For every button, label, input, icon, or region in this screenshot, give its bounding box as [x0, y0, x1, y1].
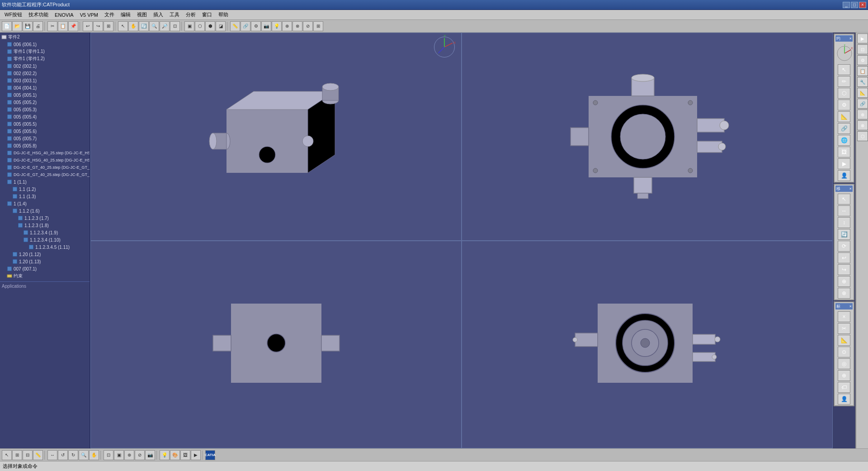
bt-mat[interactable]: 🎨 [170, 450, 180, 460]
tree-item-constraint[interactable]: 约束 [0, 272, 90, 280]
tb-constraint[interactable]: 🔗 [241, 21, 250, 31]
tree-item[interactable]: 1.1.2 (1.6) [0, 207, 90, 214]
rt-panel-close[interactable]: × [849, 186, 852, 191]
fr-btn-5[interactable]: 🔧 [857, 77, 868, 87]
fr-btn-3[interactable]: ⚙ [857, 55, 868, 65]
fr-btn-1[interactable]: ▶ [857, 33, 868, 43]
rt-btn-ann1[interactable]: × [838, 311, 850, 322]
menu-view[interactable]: 视图 [134, 10, 150, 19]
menu-analysis[interactable]: 分析 [183, 10, 198, 19]
rt-btn-sketch[interactable]: ✏ [838, 76, 850, 87]
minimize-button[interactable]: _ [843, 2, 850, 8]
tree-item[interactable]: 1 (1.1) [0, 178, 90, 186]
tb-misc3[interactable]: ⊘ [303, 21, 313, 31]
tb-open[interactable]: 📂 [12, 21, 22, 31]
viewport-bottom-right[interactable] [462, 241, 833, 449]
tb-redo[interactable]: ↪ [93, 21, 103, 31]
tree-item[interactable]: 003 (003.1) [0, 77, 90, 84]
tree-item[interactable]: 零件1 (零件1.1) [0, 48, 90, 55]
viewport-top-left[interactable]: X Y [90, 33, 462, 241]
menu-edit[interactable]: 编辑 [118, 10, 133, 19]
tb-misc2[interactable]: ⊗ [292, 21, 302, 31]
rt-btn-draft[interactable]: 📐 [838, 111, 850, 122]
tree-item[interactable]: 002 (002.1) [0, 62, 90, 70]
bt-normal[interactable]: ▣ [114, 450, 124, 460]
menu-enovia[interactable]: ENOVIA [52, 11, 76, 19]
tb-fit-all[interactable]: ⊡ [170, 21, 180, 31]
viewport-bottom-left[interactable] [90, 241, 462, 449]
tb-misc4[interactable]: ⊞ [313, 21, 323, 31]
rt-btn-ann4[interactable]: ⊙ [838, 347, 850, 357]
tree-item[interactable]: 1.20 (1.13) [0, 258, 90, 265]
tree-item[interactable]: 005 (005.8) [0, 142, 90, 149]
tree-item[interactable]: DG-JC-E_HSG_40_25.step (DG-JC-E_HSG_40_2… [0, 157, 90, 164]
tree-item[interactable]: 002 (002.2) [0, 70, 90, 77]
tb-render[interactable]: ▣ [184, 21, 194, 31]
tb-zoom-out[interactable]: 🔎 [160, 21, 170, 31]
tb-light[interactable]: 💡 [272, 21, 282, 31]
rt-btn-ann8[interactable]: 👤 [838, 394, 850, 404]
bt-grid[interactable]: ⊟ [23, 450, 33, 460]
rt-btn-move8[interactable]: ⊕ [838, 276, 850, 287]
bt-snap[interactable]: ⊞ [12, 450, 22, 460]
menu-insert[interactable]: 插入 [151, 10, 166, 19]
tree-item[interactable]: 006 (006.1) [0, 41, 90, 48]
tb-new[interactable]: 📄 [2, 21, 12, 31]
tree-item[interactable]: DG-JC-E_GT_40_25.step (DG-JC-E_GT_40_25.… [0, 164, 90, 171]
fr-btn-2[interactable]: ⊡ [857, 44, 868, 54]
tree-item[interactable]: 1.1.2.3.4 (1.9) [0, 229, 90, 236]
tree-item[interactable]: 005 (005.1) [0, 91, 90, 99]
rt-btn-ann2[interactable]: ✂ [838, 323, 850, 334]
rt-btn-move9[interactable]: ⊗ [838, 288, 850, 299]
tree-item[interactable]: 1.1.2.3 (1.8) [0, 222, 90, 229]
tb-copy[interactable]: 📋 [58, 21, 68, 31]
tree-item[interactable]: 007 (007.1) [0, 265, 90, 272]
tree-item[interactable]: 004 (004.1) [0, 84, 90, 91]
rt-btn-render[interactable]: 🖼 [838, 147, 850, 157]
rt-panel-close[interactable]: × [849, 304, 852, 309]
rt-btn-link[interactable]: 🔗 [838, 123, 850, 134]
menu-vpm[interactable]: V5 VPM [77, 11, 101, 19]
viewport-top-right[interactable] [462, 33, 833, 241]
rt-btn-move5[interactable]: ⟳ [838, 241, 850, 252]
menu-help[interactable]: 帮助 [216, 10, 231, 19]
tb-zoom-in[interactable]: 🔍 [149, 21, 159, 31]
bt-select[interactable]: ↖ [2, 450, 12, 460]
tb-measure[interactable]: 📏 [230, 21, 240, 31]
menu-window[interactable]: 窗口 [199, 10, 215, 19]
tree-item[interactable]: DG-JC-E_GT_40_25.step (DG-JC-E_GT_40_25.… [0, 171, 90, 178]
tb-camera[interactable]: 📷 [261, 21, 271, 31]
menu-tech[interactable]: 技术功能 [26, 10, 51, 19]
rt-btn-assembly[interactable]: ⚙ [838, 100, 850, 110]
bt-rotate-x[interactable]: ↺ [58, 450, 68, 460]
rt-btn-scene[interactable]: 🌐 [838, 135, 850, 146]
rt-btn-ann7[interactable]: 🏷 [838, 382, 850, 393]
rt-btn-ann5[interactable]: ◎ [838, 358, 850, 369]
bt-pan[interactable]: ✋ [89, 450, 99, 460]
close-button[interactable]: × [859, 2, 866, 8]
bt-move[interactable]: ↔ [47, 450, 57, 460]
fr-btn-10[interactable]: ⬡ [857, 131, 868, 141]
bt-camera[interactable]: 📷 [145, 450, 155, 460]
tb-cut[interactable]: ✂ [47, 21, 57, 31]
tb-misc1[interactable]: ⊕ [282, 21, 292, 31]
tb-print[interactable]: 🖨 [33, 21, 43, 31]
tree-item[interactable]: 005 (005.4) [0, 113, 90, 120]
tree-item[interactable]: 005 (005.6) [0, 128, 90, 135]
bt-anim[interactable]: ▶ [191, 450, 201, 460]
tree-item[interactable]: DG-JC-E_HSG_40_25.step (DG-JC-E_HSG_40_2… [0, 149, 90, 157]
rt-btn-select[interactable]: ↖ [838, 64, 850, 75]
fr-btn-7[interactable]: 🔗 [857, 99, 868, 109]
bt-rotate-y[interactable]: ↻ [68, 450, 78, 460]
bt-measure[interactable]: 📏 [33, 450, 43, 460]
rt-btn-ann6[interactable]: ⊕ [838, 370, 850, 381]
tb-paste[interactable]: 📌 [68, 21, 78, 31]
rt-btn-move7[interactable]: ↪ [838, 264, 850, 275]
fr-btn-8[interactable]: ⊕ [857, 109, 868, 119]
bt-zoom[interactable]: 🔍 [79, 450, 89, 460]
tb-pan[interactable]: ✋ [128, 21, 138, 31]
bt-axis[interactable]: ⊕ [124, 450, 134, 460]
menu-wf[interactable]: WF按钮 [2, 10, 25, 19]
fr-btn-9[interactable]: ⊗ [857, 120, 868, 130]
maximize-button[interactable]: □ [851, 2, 858, 8]
